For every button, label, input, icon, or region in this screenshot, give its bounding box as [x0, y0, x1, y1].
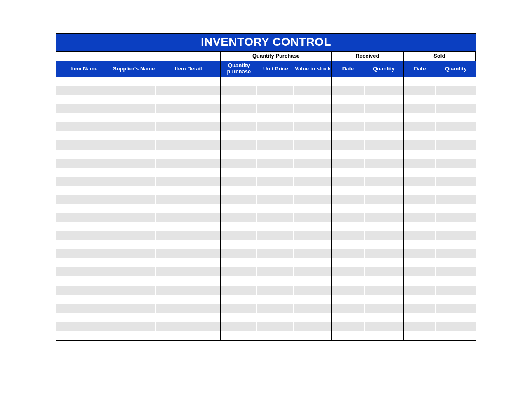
cell[interactable]: [56, 122, 111, 131]
cell[interactable]: [403, 313, 436, 322]
cell[interactable]: [156, 304, 221, 313]
cell[interactable]: [56, 195, 111, 204]
cell[interactable]: [111, 86, 156, 95]
cell[interactable]: [332, 249, 365, 258]
cell[interactable]: [156, 186, 221, 195]
cell[interactable]: [365, 322, 403, 331]
cell[interactable]: [403, 195, 436, 204]
cell[interactable]: [257, 168, 294, 177]
cell[interactable]: [56, 140, 111, 150]
cell[interactable]: [365, 159, 403, 168]
cell[interactable]: [403, 140, 436, 150]
cell[interactable]: [257, 249, 294, 258]
cell[interactable]: [403, 122, 436, 131]
cell[interactable]: [365, 222, 403, 231]
cell[interactable]: [156, 122, 221, 131]
cell[interactable]: [221, 131, 257, 140]
cell[interactable]: [111, 95, 156, 104]
cell[interactable]: [111, 177, 156, 186]
cell[interactable]: [56, 150, 111, 159]
cell[interactable]: [294, 240, 331, 249]
cell[interactable]: [56, 258, 111, 267]
cell[interactable]: [56, 86, 111, 95]
cell[interactable]: [221, 322, 257, 331]
cell[interactable]: [257, 231, 294, 240]
cell[interactable]: [221, 249, 257, 258]
cell[interactable]: [257, 286, 294, 295]
cell[interactable]: [365, 177, 403, 186]
cell[interactable]: [294, 95, 331, 104]
cell[interactable]: [156, 286, 221, 295]
cell[interactable]: [365, 204, 403, 213]
cell[interactable]: [403, 86, 436, 95]
cell[interactable]: [365, 276, 403, 286]
cell[interactable]: [365, 104, 403, 113]
cell[interactable]: [156, 258, 221, 267]
cell[interactable]: [436, 86, 475, 95]
cell[interactable]: [403, 267, 436, 276]
cell[interactable]: [332, 168, 365, 177]
cell[interactable]: [111, 222, 156, 231]
cell[interactable]: [332, 177, 365, 186]
cell[interactable]: [332, 140, 365, 150]
cell[interactable]: [436, 313, 475, 322]
cell[interactable]: [111, 286, 156, 295]
cell[interactable]: [403, 104, 436, 113]
cell[interactable]: [436, 150, 475, 159]
cell[interactable]: [111, 249, 156, 258]
cell[interactable]: [332, 150, 365, 159]
cell[interactable]: [403, 231, 436, 240]
cell[interactable]: [257, 313, 294, 322]
cell[interactable]: [365, 131, 403, 140]
cell[interactable]: [332, 258, 365, 267]
cell[interactable]: [436, 258, 475, 267]
cell[interactable]: [111, 140, 156, 150]
cell[interactable]: [56, 77, 111, 86]
cell[interactable]: [436, 267, 475, 276]
cell[interactable]: [294, 213, 331, 222]
cell[interactable]: [221, 222, 257, 231]
cell[interactable]: [56, 222, 111, 231]
cell[interactable]: [365, 213, 403, 222]
cell[interactable]: [403, 95, 436, 104]
cell[interactable]: [156, 177, 221, 186]
cell[interactable]: [257, 177, 294, 186]
cell[interactable]: [332, 276, 365, 286]
cell[interactable]: [365, 113, 403, 122]
cell[interactable]: [156, 131, 221, 140]
cell[interactable]: [111, 204, 156, 213]
cell[interactable]: [436, 113, 475, 122]
cell[interactable]: [365, 140, 403, 150]
cell[interactable]: [221, 186, 257, 195]
cell[interactable]: [257, 113, 294, 122]
cell[interactable]: [294, 258, 331, 267]
cell[interactable]: [332, 240, 365, 249]
cell[interactable]: [56, 295, 111, 304]
cell[interactable]: [436, 168, 475, 177]
cell[interactable]: [56, 322, 111, 331]
cell[interactable]: [156, 313, 221, 322]
cell[interactable]: [436, 122, 475, 131]
cell[interactable]: [403, 168, 436, 177]
cell[interactable]: [365, 86, 403, 95]
cell[interactable]: [332, 104, 365, 113]
cell[interactable]: [403, 113, 436, 122]
cell[interactable]: [221, 195, 257, 204]
cell[interactable]: [221, 140, 257, 150]
cell[interactable]: [332, 313, 365, 322]
cell[interactable]: [257, 186, 294, 195]
cell[interactable]: [56, 104, 111, 113]
cell[interactable]: [221, 204, 257, 213]
cell[interactable]: [436, 286, 475, 295]
cell[interactable]: [156, 240, 221, 249]
cell[interactable]: [365, 231, 403, 240]
cell[interactable]: [294, 331, 331, 340]
cell[interactable]: [436, 304, 475, 313]
cell[interactable]: [365, 286, 403, 295]
cell[interactable]: [257, 222, 294, 231]
cell[interactable]: [332, 322, 365, 331]
cell[interactable]: [332, 213, 365, 222]
cell[interactable]: [436, 222, 475, 231]
cell[interactable]: [332, 95, 365, 104]
cell[interactable]: [156, 331, 221, 340]
